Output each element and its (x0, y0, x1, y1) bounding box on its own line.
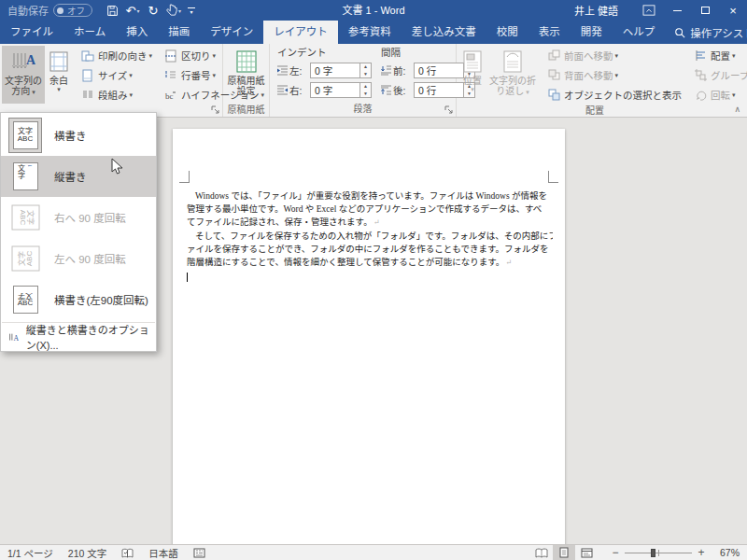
word-window: 自動保存 オフ ↶▾ ↻ ▾ ▾ 文書 1 - Word 井上 健語 (0, 0, 747, 560)
maximize-button[interactable] (691, 0, 719, 21)
text-line: ァイルを保存することができ、フォルダの中にフォルダを作ることもできます。フォルダ… (187, 243, 553, 256)
text-wrap-icon (501, 48, 524, 76)
size-label: サイズ (98, 68, 127, 82)
step-up-icon: ▲ (360, 63, 371, 71)
page-setup-dialog-launcher[interactable] (210, 105, 220, 115)
margins-button[interactable]: 余白 ▾ (45, 46, 73, 104)
text-direction-label-2: 方向 (11, 86, 35, 97)
proofing-status-button[interactable] (121, 548, 134, 558)
save-button[interactable] (102, 0, 122, 21)
paragraph-dialog-launcher[interactable] (444, 105, 454, 115)
indent-right-input[interactable]: 0 字 (310, 82, 360, 98)
indent-left-stepper[interactable]: ▲▼ (360, 63, 372, 78)
rotated-left-text-icon: 文字 ABC (11, 246, 39, 272)
text-wrap-button[interactable]: 文字列の折 り返し (486, 46, 539, 104)
word-count[interactable]: 210 文字 (68, 546, 106, 560)
undo-icon: ↶ (126, 5, 136, 17)
tell-me-search[interactable]: 操作アシスト (674, 21, 747, 44)
hyphenation-icon: bc (163, 89, 178, 102)
zoom-out-button[interactable]: − (609, 546, 622, 559)
tab-mailings[interactable]: 差し込み文書 (402, 21, 486, 44)
touch-dropdown-arrow-icon: ▾ (178, 7, 181, 14)
tab-insert[interactable]: 挿入 (116, 21, 158, 44)
autosave-label: 自動保存 (7, 3, 49, 18)
indent-left-input[interactable]: 0 字 (310, 63, 360, 78)
menu-item-text-direction-options[interactable]: A 縦書きと横書きのオプション(X)... (1, 325, 156, 349)
text-direction-button[interactable]: A 文字列の 方向 (2, 46, 45, 104)
tab-home[interactable]: ホーム (63, 21, 116, 44)
size-button[interactable]: サイズ (77, 65, 156, 85)
text-wrap-label-1: 文字列の折 (489, 76, 536, 86)
align-label: 配置 (711, 49, 730, 63)
selection-pane-icon (546, 89, 561, 101)
margins-label: 余白 (49, 76, 68, 86)
tell-me-label: 操作アシスト (690, 25, 747, 40)
position-button[interactable]: 位置 ▾ (458, 46, 486, 104)
user-name[interactable]: 井上 健語 (574, 3, 618, 18)
bring-forward-label: 前面へ移動 (564, 49, 613, 63)
indent-header: インデント (275, 46, 372, 61)
touch-mouse-mode-button[interactable]: ▾ (163, 0, 184, 21)
selection-pane-label: オブジェクトの選択と表示 (564, 88, 682, 102)
horizontal-selected-frame: 文字 ABC (8, 118, 42, 153)
tab-references[interactable]: 参考資料 (338, 21, 402, 44)
horizontal-text-icon: 文字 ABC (13, 121, 38, 149)
tab-layout[interactable]: レイアウト (263, 21, 338, 44)
read-mode-button[interactable] (530, 545, 553, 560)
position-label: 位置 (463, 76, 482, 86)
tab-file[interactable]: ファイル (0, 21, 63, 44)
document-text[interactable]: Windows では、「ファイル」が重要な役割を持っています。ファイルは Win… (187, 189, 553, 282)
text-direction-label-1: 文字列の (5, 76, 42, 86)
customize-qat-button[interactable]: ▾ (184, 7, 199, 14)
menu-item-label: 横書き(左90度回転) (54, 292, 148, 307)
group-arrange: 位置 ▾ 文字列の折 り返し 前面へ移動 (457, 44, 733, 117)
web-layout-button[interactable] (575, 545, 598, 560)
menu-item-horizontal-rotated[interactable]: 文字 ABC 横書き(左90度回転) (1, 279, 156, 320)
text-line: てファイルに記録され、保存・管理されます。↵ (187, 216, 553, 230)
group-paragraph: インデント 左: 0 字 ▲▼ 右: 0 字 ▲▼ 間隔 (270, 44, 457, 117)
redo-button[interactable]: ↻ (143, 0, 163, 21)
tab-developer[interactable]: 開発 (571, 21, 613, 44)
align-button[interactable]: 配置 (689, 46, 747, 65)
menu-item-vertical[interactable]: 文字 ↓ 縦書き (1, 156, 156, 197)
zoom-slider-thumb[interactable] (651, 549, 655, 557)
language-indicator[interactable]: 日本語 (148, 546, 178, 560)
spacing-before-icon (379, 65, 393, 76)
zoom-in-button[interactable]: + (695, 546, 708, 559)
ime-mode-button[interactable] (193, 548, 205, 558)
ribbon-display-options-button[interactable] (635, 0, 663, 21)
minimize-button[interactable] (663, 0, 691, 21)
selection-pane-button[interactable]: オブジェクトの選択と表示 (543, 85, 685, 105)
tab-help[interactable]: ヘルプ (613, 21, 666, 44)
step-up-icon: ▲ (360, 83, 371, 91)
tab-draw[interactable]: 描画 (158, 21, 200, 44)
document-page[interactable]: Windows では、「ファイル」が重要な役割を持っています。ファイルは Win… (173, 129, 565, 544)
collapse-ribbon-button[interactable]: ∧ (734, 105, 740, 114)
step-down-icon: ▼ (360, 71, 371, 78)
columns-button[interactable]: 段組み (77, 85, 156, 105)
page-indicator[interactable]: 1/1 ページ (7, 546, 53, 560)
genko-label-2: 設定 (237, 86, 256, 96)
bring-forward-button[interactable]: 前面へ移動 (543, 46, 685, 65)
autosave-state: オフ (67, 4, 85, 17)
indent-right-stepper[interactable]: ▲▼ (360, 82, 372, 98)
zoom-percentage[interactable]: 67% (708, 547, 740, 558)
tab-review[interactable]: 校閲 (486, 21, 529, 44)
orientation-button[interactable]: 印刷の向き (77, 46, 156, 65)
tab-view[interactable]: 表示 (529, 21, 571, 44)
menu-item-horizontal[interactable]: 文字 ABC 横書き (1, 115, 156, 156)
print-layout-button[interactable] (553, 545, 575, 560)
zoom-slider[interactable] (625, 546, 692, 560)
group-objects-button[interactable]: グループ化 (689, 65, 747, 85)
genko-setup-button[interactable]: 原稿用紙 設定 (225, 46, 268, 104)
text-line: そして、ファイルを保存するための入れ物が「フォルダ」です。フォルダは、その内部に… (187, 230, 553, 243)
undo-button[interactable]: ↶▾ (122, 0, 143, 21)
rotate-button[interactable]: 回転 (689, 85, 747, 105)
toggle-knob-icon (57, 7, 63, 14)
crop-mark-top-right (548, 171, 558, 183)
autosave-toggle[interactable]: オフ (53, 4, 92, 17)
text-line: 管理する最小単位です。Word や Excel などのアプリケーションで作成する… (187, 203, 553, 216)
tab-design[interactable]: デザイン (200, 21, 263, 44)
send-backward-button[interactable]: 背面へ移動 (543, 65, 685, 85)
close-button[interactable]: × (719, 0, 747, 21)
